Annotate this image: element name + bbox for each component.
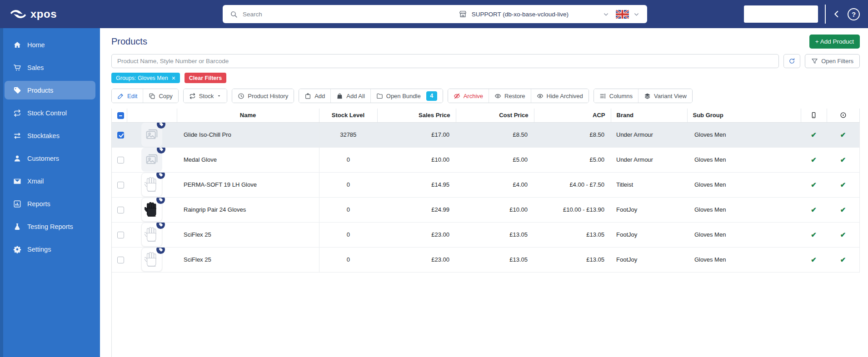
sidebar-item-label: Products bbox=[27, 87, 53, 94]
chevron-left-icon[interactable] bbox=[833, 10, 841, 18]
variant-view-button[interactable]: Variant View bbox=[638, 89, 692, 103]
archive-button[interactable]: Archive bbox=[448, 89, 489, 103]
product-image bbox=[145, 226, 159, 243]
mobile-column-header[interactable] bbox=[801, 109, 827, 122]
product-image bbox=[145, 176, 159, 193]
sidebar-item-label: Testing Reports bbox=[27, 223, 73, 230]
product-row[interactable]: SciFlex 25 0 £23.00 £13.05 £13.05 FootJo… bbox=[112, 222, 860, 247]
check-icon: ✔ bbox=[840, 256, 846, 263]
product-row[interactable]: Raingrip Pair 24 Gloves 0 £24.99 £10.00 … bbox=[112, 197, 860, 222]
row-checkbox[interactable] bbox=[117, 182, 124, 188]
sidebar-item-home[interactable]: Home bbox=[5, 35, 95, 54]
product-image bbox=[144, 150, 160, 169]
mobile-visible-cell: ✔ bbox=[801, 172, 827, 197]
sales-price-cell: £24.99 bbox=[377, 197, 456, 222]
remove-filter-icon[interactable]: × bbox=[172, 75, 175, 81]
sidebar-item-settings[interactable]: Settings bbox=[5, 240, 95, 258]
restore-button[interactable]: Restore bbox=[489, 89, 531, 103]
copy-button[interactable]: Copy bbox=[143, 89, 178, 103]
cost-price-cell: £8.50 bbox=[456, 122, 534, 147]
web-visible-cell: ✔ bbox=[827, 247, 860, 272]
edit-button[interactable]: Edit bbox=[112, 89, 143, 103]
copy-icon bbox=[149, 93, 155, 99]
filter-funnel-icon bbox=[811, 58, 818, 64]
brand-column-header[interactable]: Brand bbox=[611, 109, 687, 122]
row-checkbox[interactable] bbox=[117, 132, 124, 139]
language-selector[interactable] bbox=[616, 10, 640, 19]
product-history-button[interactable]: Product History bbox=[232, 89, 294, 103]
sales-price-cell: £23.00 bbox=[377, 247, 456, 272]
check-icon: ✔ bbox=[811, 131, 817, 139]
store-selector[interactable]: SUPPORT (db-xo-base-vcloud-live) bbox=[459, 10, 609, 18]
product-row[interactable]: PERMA-SOFT 19 LH Glove 0 £14.95 £4.00 £4… bbox=[112, 172, 860, 197]
product-thumbnail[interactable] bbox=[141, 148, 162, 172]
product-name-cell: Medal Glove bbox=[177, 147, 319, 172]
cost-price-column-header[interactable]: Cost Price bbox=[456, 109, 534, 122]
product-row[interactable]: SciFlex 25 0 £23.00 £13.05 £13.05 FootJo… bbox=[112, 247, 860, 272]
product-row[interactable]: Glide Iso-Chill Pro 32785 £17.00 £8.50 £… bbox=[112, 122, 860, 147]
stock-level-column-header[interactable]: Stock Level bbox=[319, 109, 377, 122]
person-icon bbox=[13, 154, 21, 163]
sidebar-item-label: Xmail bbox=[27, 178, 44, 185]
cost-price-cell: £13.05 bbox=[456, 222, 534, 247]
global-search-input[interactable] bbox=[243, 11, 459, 18]
add-all-button[interactable]: Add All bbox=[330, 89, 370, 103]
product-name-cell: Glide Iso-Chill Pro bbox=[177, 122, 319, 147]
product-thumbnail[interactable] bbox=[141, 248, 162, 272]
sales-price-column-header[interactable]: Sales Price bbox=[377, 109, 456, 122]
sidebar-item-sales[interactable]: Sales bbox=[5, 58, 95, 77]
product-thumbnail[interactable] bbox=[141, 198, 162, 222]
eye-icon bbox=[537, 93, 544, 99]
tag-badge-icon bbox=[156, 172, 165, 179]
sidebar-item-stocktakes[interactable]: Stocktakes bbox=[5, 126, 95, 145]
open-filters-button[interactable]: Open Filters bbox=[805, 54, 860, 68]
sidebar-item-products[interactable]: Products bbox=[5, 81, 95, 99]
clear-filters-chip[interactable]: Clear Filters bbox=[185, 73, 226, 83]
stock-icon bbox=[189, 93, 196, 99]
row-checkbox[interactable] bbox=[117, 232, 124, 238]
select-all-checkbox[interactable] bbox=[117, 112, 124, 119]
sidebar-item-label: Stock Control bbox=[27, 109, 67, 117]
add-product-button[interactable]: + Add Product bbox=[809, 35, 860, 49]
row-checkbox[interactable] bbox=[117, 207, 124, 213]
acp-cell: £13.05 bbox=[534, 222, 611, 247]
help-icon[interactable]: ? bbox=[848, 8, 860, 20]
flask-icon bbox=[13, 223, 21, 231]
name-column-header[interactable]: Name bbox=[177, 109, 319, 122]
tag-badge-icon bbox=[156, 247, 165, 254]
product-thumbnail[interactable] bbox=[141, 223, 162, 247]
sub-group-column-header[interactable]: Sub Group bbox=[687, 109, 801, 122]
sidebar-item-customers[interactable]: Customers bbox=[5, 149, 95, 168]
visibility-column-header[interactable] bbox=[827, 109, 860, 122]
group-filter-chip[interactable]: Groups: Gloves Men × bbox=[111, 73, 180, 83]
xpos-logo[interactable]: xpos bbox=[10, 8, 57, 20]
acp-column-header[interactable]: ACP bbox=[534, 109, 611, 122]
product-thumbnail[interactable] bbox=[141, 173, 162, 197]
product-row[interactable]: Medal Glove 0 £10.00 £5.00 £5.00 Under A… bbox=[112, 147, 860, 172]
product-thumbnail[interactable] bbox=[141, 123, 162, 147]
row-checkbox[interactable] bbox=[117, 157, 124, 164]
topbar-blank-box[interactable] bbox=[744, 5, 818, 23]
web-visible-cell: ✔ bbox=[827, 222, 860, 247]
envelope-icon bbox=[13, 177, 21, 185]
refresh-button[interactable] bbox=[783, 54, 800, 68]
image-column-header bbox=[127, 109, 177, 122]
product-search-input[interactable] bbox=[111, 54, 779, 68]
sidebar-item-xmail[interactable]: Xmail bbox=[5, 172, 95, 190]
check-icon: ✔ bbox=[840, 231, 846, 238]
row-checkbox[interactable] bbox=[117, 257, 124, 263]
brand-cell: Titleist bbox=[611, 172, 687, 197]
stock-dropdown-button[interactable]: Stock bbox=[184, 89, 227, 103]
sidebar-item-reports[interactable]: Reports bbox=[5, 194, 95, 213]
sidebar-item-stock-control[interactable]: Stock Control bbox=[5, 104, 95, 122]
brand-cell: FootJoy bbox=[611, 197, 687, 222]
visibility-icon bbox=[840, 111, 847, 118]
sidebar-item-testing-reports[interactable]: Testing Reports bbox=[5, 217, 95, 236]
columns-button[interactable]: Columns bbox=[594, 89, 638, 103]
hide-archived-button[interactable]: Hide Archived bbox=[531, 89, 589, 103]
open-bundle-button[interactable]: Open Bundle 4 bbox=[370, 89, 443, 103]
swap-icon bbox=[13, 132, 21, 140]
add-button[interactable]: Add bbox=[299, 89, 330, 103]
box-add-icon bbox=[304, 93, 311, 99]
caret-down-icon bbox=[217, 94, 221, 98]
